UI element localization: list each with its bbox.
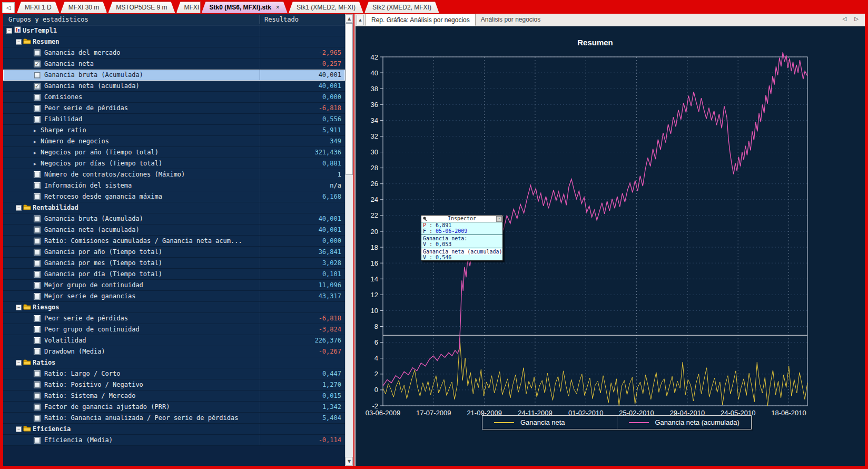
tree-row[interactable]: Fiabilidad0,556 xyxy=(3,114,345,125)
tree-row[interactable]: Factor de ganancia ajustado (PRR)1,342 xyxy=(3,402,345,413)
row-checkbox[interactable] xyxy=(34,404,41,411)
tree-row[interactable]: Ratio: Sistema / Mercado0,015 xyxy=(3,390,345,402)
report-tab[interactable]: Rep. Gráfica: Análisis por negocios xyxy=(366,14,476,26)
row-checkbox[interactable] xyxy=(34,193,41,200)
row-checkbox[interactable] xyxy=(34,337,41,344)
tree-row[interactable]: Ratio: Positivo / Negativo1,270 xyxy=(3,379,345,390)
stats-vertical-scrollbar[interactable]: ▲ ▼ xyxy=(345,14,353,466)
document-tab[interactable]: MFXI xyxy=(176,2,201,13)
tree-row[interactable]: −Rentabilidad xyxy=(3,202,345,213)
tree-row[interactable]: Drawdown (Media)-0,267 xyxy=(3,346,345,357)
document-tab[interactable]: MSTOP5DSE 9 m xyxy=(108,2,175,13)
tree-row[interactable]: Ratio: Comisiones acumuladas / Ganancia … xyxy=(3,236,345,247)
row-checkbox[interactable] xyxy=(34,260,41,267)
collapse-icon[interactable]: − xyxy=(16,426,22,432)
tree-row[interactable]: ✓Ganancia neta (acumulada)40,001 xyxy=(3,81,345,92)
tree-row[interactable]: ▸Número de negocios349 xyxy=(3,136,345,147)
scrollbar-up-icon[interactable]: ▲ xyxy=(346,14,353,23)
pin-icon[interactable] xyxy=(422,216,428,221)
document-tab[interactable]: Stk0 (MS6, MFXI).stk× xyxy=(202,2,288,13)
row-checkbox[interactable] xyxy=(34,94,41,101)
tree-row[interactable]: ✓Ganancia neta-0,257 xyxy=(3,58,345,70)
document-tab[interactable]: Stk2 (XMED2, MFXI) xyxy=(364,2,439,13)
tree-row[interactable]: Número de contratos/acciones (Máximo)1 xyxy=(3,169,345,180)
row-checkbox[interactable] xyxy=(34,293,41,300)
row-checkbox[interactable] xyxy=(34,326,41,333)
collapse-icon[interactable]: − xyxy=(16,360,22,366)
row-checkbox[interactable] xyxy=(34,249,41,256)
expand-arrow-icon[interactable]: ▸ xyxy=(34,161,41,167)
tree-row[interactable]: Información del sisteman/a xyxy=(3,180,345,191)
collapse-icon[interactable]: − xyxy=(16,205,22,211)
row-checkbox[interactable] xyxy=(34,282,41,289)
row-checkbox[interactable] xyxy=(34,271,41,278)
collapse-icon[interactable]: − xyxy=(16,39,22,45)
report-scroll-top-button[interactable]: ▲ xyxy=(357,15,364,25)
tab-close-icon[interactable]: × xyxy=(276,4,280,11)
row-checkbox[interactable]: ✓ xyxy=(34,61,41,67)
tree-row[interactable]: Ganancia del mercado-2,965 xyxy=(3,47,345,58)
row-checkbox[interactable]: ✓ xyxy=(34,83,41,90)
collapse-icon[interactable]: − xyxy=(6,28,12,34)
tree-row[interactable]: Ganancia por mes (Tiempo total)3,028 xyxy=(3,258,345,269)
row-checkbox[interactable] xyxy=(34,216,41,222)
row-checkbox[interactable] xyxy=(34,182,41,189)
tree-row[interactable]: −Ratios xyxy=(3,357,345,368)
row-checkbox[interactable] xyxy=(34,370,41,377)
stats-col-divider[interactable] xyxy=(260,15,260,24)
tree-row[interactable]: −Resumen xyxy=(3,36,345,47)
tree-row[interactable]: ▸Negocios por año (Tiempo total)321,436 xyxy=(3,147,345,158)
legend-entry[interactable]: Ganancia neta xyxy=(482,416,617,429)
tree-row[interactable]: ▸Sharpe ratio5,911 xyxy=(3,125,345,136)
collapse-icon[interactable]: − xyxy=(16,305,22,310)
row-checkbox[interactable] xyxy=(34,382,41,388)
report-tab[interactable]: Análisis por negocios xyxy=(476,14,546,26)
row-checkbox[interactable] xyxy=(34,105,41,112)
tree-row[interactable]: ▸Negocios por días (Tiempo total)0,881 xyxy=(3,158,345,169)
row-checkbox[interactable] xyxy=(34,348,41,355)
row-checkbox[interactable] xyxy=(34,227,41,233)
report-tab-nav-arrows[interactable]: ◁ ▷ xyxy=(842,16,862,22)
inspector-minimize-icon[interactable]: ▪ xyxy=(496,216,502,222)
tree-row[interactable]: Comisiones0,000 xyxy=(3,92,345,103)
tree-row[interactable]: Ganancia bruta (Acumulada)40,001 xyxy=(3,213,345,224)
tree-row[interactable]: Mejor serie de ganancias43,317 xyxy=(3,291,345,302)
expand-arrow-icon[interactable]: ▸ xyxy=(34,139,41,144)
tree-row[interactable]: Eficiencia (Media)-0,114 xyxy=(3,435,345,446)
row-checkbox[interactable] xyxy=(34,315,41,322)
document-tab[interactable]: MFXI 30 m xyxy=(61,2,107,13)
tree-row[interactable]: Ratio: Ganancia anualizada / Peor serie … xyxy=(3,413,345,424)
tree-row[interactable]: Retroceso desde ganancia máxima6,168 xyxy=(3,191,345,202)
expand-arrow-icon[interactable]: ▸ xyxy=(34,128,41,133)
inspector-tooltip[interactable]: Inspector ▪ P : 6,891F : 05-06-2009Ganan… xyxy=(421,215,503,261)
tree-row[interactable]: −Riesgos xyxy=(3,302,345,313)
scrollbar-down-icon[interactable]: ▼ xyxy=(346,457,353,465)
row-checkbox[interactable] xyxy=(34,116,41,123)
row-checkbox[interactable] xyxy=(34,393,41,399)
tree-row[interactable]: Ganancia neta (acumulada)40,001 xyxy=(3,224,345,236)
tree-row[interactable]: Ganancia por año (Tiempo total)36,841 xyxy=(3,247,345,258)
document-tab[interactable]: MFXI 1 D xyxy=(17,2,60,13)
expand-arrow-icon[interactable]: ▸ xyxy=(34,150,41,155)
row-checkbox[interactable] xyxy=(34,72,41,79)
tree-row[interactable]: Mejor grupo de continuidad11,096 xyxy=(3,280,345,291)
tree-row[interactable]: Peor serie de pérdidas-6,818 xyxy=(3,103,345,114)
tree-row[interactable]: Peor grupo de continuidad-3,824 xyxy=(3,324,345,335)
row-checkbox[interactable] xyxy=(34,437,41,444)
tree-row[interactable]: Ratio: Largo / Corto0,447 xyxy=(3,368,345,379)
row-checkbox[interactable] xyxy=(34,50,41,56)
document-tab[interactable]: Stk1 (XMED2, MFXI) xyxy=(289,2,363,13)
tree-row[interactable]: Peor serie de pérdidas-6,818 xyxy=(3,313,345,324)
inspector-titlebar[interactable]: Inspector ▪ xyxy=(421,216,502,222)
tree-row[interactable]: Volatilidad226,376 xyxy=(3,335,345,346)
row-checkbox[interactable] xyxy=(34,415,41,422)
tab-scroll-left-button[interactable]: ◁ xyxy=(2,2,15,13)
scrollbar-thumb[interactable] xyxy=(346,23,353,175)
row-checkbox[interactable] xyxy=(34,238,41,245)
tree-row[interactable]: −Eficiencia xyxy=(3,424,345,435)
tree-row[interactable]: Ganancia por día (Tiempo total)0,101 xyxy=(3,269,345,280)
tree-row[interactable]: Ganancia bruta (Acumulada)40,001 xyxy=(3,70,345,81)
legend-entry[interactable]: Ganancia neta (acumulada) xyxy=(617,416,752,429)
row-checkbox[interactable] xyxy=(34,171,41,178)
tree-root-row[interactable]: −UsrTempl1 xyxy=(3,25,345,36)
